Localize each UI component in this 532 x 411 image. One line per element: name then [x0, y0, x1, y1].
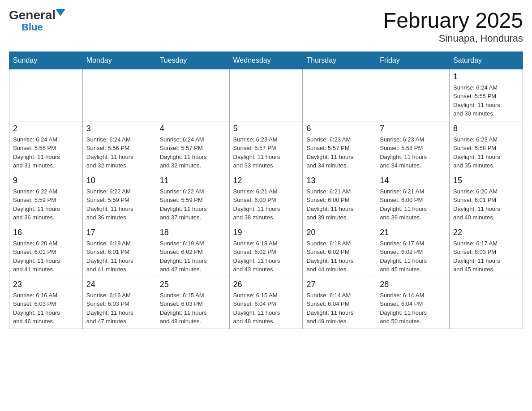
- calendar-cell: 7Sunrise: 6:23 AM Sunset: 5:58 PM Daylig…: [376, 121, 450, 173]
- calendar-cell: [376, 69, 450, 121]
- calendar-cell: 14Sunrise: 6:21 AM Sunset: 6:00 PM Dayli…: [376, 173, 450, 225]
- day-info: Sunrise: 6:24 AM Sunset: 5:56 PM Dayligh…: [13, 135, 79, 170]
- calendar-cell: 22Sunrise: 6:17 AM Sunset: 6:03 PM Dayli…: [450, 225, 523, 277]
- calendar-cell: [229, 69, 303, 121]
- logo-blue-text: Blue: [21, 21, 43, 33]
- calendar-cell: 26Sunrise: 6:15 AM Sunset: 6:04 PM Dayli…: [229, 277, 303, 329]
- calendar-cell: 23Sunrise: 6:16 AM Sunset: 6:03 PM Dayli…: [9, 277, 83, 329]
- calendar-cell: 4Sunrise: 6:24 AM Sunset: 5:57 PM Daylig…: [156, 121, 229, 173]
- day-number: 16: [13, 228, 79, 237]
- svg-marker-0: [56, 9, 65, 16]
- day-number: 4: [160, 124, 226, 133]
- calendar-cell: 1Sunrise: 6:24 AM Sunset: 5:55 PM Daylig…: [450, 69, 523, 121]
- day-info: Sunrise: 6:16 AM Sunset: 6:03 PM Dayligh…: [13, 291, 79, 326]
- day-number: 7: [380, 124, 446, 133]
- day-number: 15: [453, 176, 519, 185]
- day-number: 17: [86, 228, 152, 237]
- header-monday: Monday: [82, 51, 156, 69]
- calendar-cell: 19Sunrise: 6:18 AM Sunset: 6:02 PM Dayli…: [229, 225, 303, 277]
- calendar-table: SundayMondayTuesdayWednesdayThursdayFrid…: [9, 51, 523, 329]
- day-info: Sunrise: 6:19 AM Sunset: 6:02 PM Dayligh…: [160, 239, 226, 274]
- logo-triangle-icon: [56, 9, 65, 16]
- day-info: Sunrise: 6:24 AM Sunset: 5:56 PM Dayligh…: [86, 135, 152, 170]
- day-info: Sunrise: 6:22 AM Sunset: 5:59 PM Dayligh…: [86, 187, 152, 222]
- calendar-cell: 24Sunrise: 6:16 AM Sunset: 6:03 PM Dayli…: [82, 277, 156, 329]
- logo: General Blue: [9, 9, 65, 33]
- calendar-cell: [82, 69, 156, 121]
- day-number: 8: [453, 124, 519, 133]
- day-info: Sunrise: 6:17 AM Sunset: 6:02 PM Dayligh…: [380, 239, 446, 274]
- day-info: Sunrise: 6:17 AM Sunset: 6:03 PM Dayligh…: [453, 239, 519, 274]
- day-number: 28: [380, 280, 446, 289]
- day-number: 9: [13, 176, 79, 185]
- title-block: February 2025 Sinuapa, Honduras: [383, 9, 523, 44]
- calendar-cell: [156, 69, 229, 121]
- calendar-cell: 8Sunrise: 6:23 AM Sunset: 5:58 PM Daylig…: [450, 121, 523, 173]
- calendar-subtitle: Sinuapa, Honduras: [383, 33, 523, 44]
- day-info: Sunrise: 6:22 AM Sunset: 5:59 PM Dayligh…: [13, 187, 79, 222]
- header-wednesday: Wednesday: [229, 51, 303, 69]
- calendar-cell: 3Sunrise: 6:24 AM Sunset: 5:56 PM Daylig…: [82, 121, 156, 173]
- calendar-cell: 28Sunrise: 6:14 AM Sunset: 6:04 PM Dayli…: [376, 277, 450, 329]
- header-sunday: Sunday: [9, 51, 83, 69]
- week-row-1: 1Sunrise: 6:24 AM Sunset: 5:55 PM Daylig…: [9, 69, 523, 121]
- day-info: Sunrise: 6:15 AM Sunset: 6:03 PM Dayligh…: [160, 291, 226, 326]
- calendar-cell: 17Sunrise: 6:19 AM Sunset: 6:01 PM Dayli…: [82, 225, 156, 277]
- day-info: Sunrise: 6:16 AM Sunset: 6:03 PM Dayligh…: [86, 291, 152, 326]
- header-thursday: Thursday: [303, 51, 376, 69]
- calendar-cell: 6Sunrise: 6:23 AM Sunset: 5:57 PM Daylig…: [303, 121, 376, 173]
- day-info: Sunrise: 6:23 AM Sunset: 5:57 PM Dayligh…: [306, 135, 372, 170]
- calendar-cell: 12Sunrise: 6:21 AM Sunset: 6:00 PM Dayli…: [229, 173, 303, 225]
- day-number: 20: [306, 228, 372, 237]
- day-info: Sunrise: 6:23 AM Sunset: 5:58 PM Dayligh…: [453, 135, 519, 170]
- header-saturday: Saturday: [450, 51, 523, 69]
- calendar-cell: 15Sunrise: 6:20 AM Sunset: 6:01 PM Dayli…: [450, 173, 523, 225]
- day-number: 27: [306, 280, 372, 289]
- day-info: Sunrise: 6:20 AM Sunset: 6:01 PM Dayligh…: [453, 187, 519, 222]
- day-info: Sunrise: 6:14 AM Sunset: 6:04 PM Dayligh…: [306, 291, 372, 326]
- day-number: 24: [86, 280, 152, 289]
- calendar-cell: 9Sunrise: 6:22 AM Sunset: 5:59 PM Daylig…: [9, 173, 83, 225]
- day-number: 10: [86, 176, 152, 185]
- day-number: 3: [86, 124, 152, 133]
- day-info: Sunrise: 6:18 AM Sunset: 6:02 PM Dayligh…: [233, 239, 299, 274]
- day-info: Sunrise: 6:21 AM Sunset: 6:00 PM Dayligh…: [233, 187, 299, 222]
- day-number: 19: [233, 228, 299, 237]
- day-number: 21: [380, 228, 446, 237]
- page-header: General Blue February 2025 Sinuapa, Hond…: [9, 9, 523, 44]
- calendar-header-row: SundayMondayTuesdayWednesdayThursdayFrid…: [9, 51, 523, 69]
- day-number: 11: [160, 176, 226, 185]
- day-info: Sunrise: 6:23 AM Sunset: 5:57 PM Dayligh…: [233, 135, 299, 170]
- day-info: Sunrise: 6:22 AM Sunset: 5:59 PM Dayligh…: [160, 187, 226, 222]
- day-number: 25: [160, 280, 226, 289]
- day-number: 1: [453, 72, 519, 81]
- day-number: 26: [233, 280, 299, 289]
- week-row-4: 16Sunrise: 6:20 AM Sunset: 6:01 PM Dayli…: [9, 225, 523, 277]
- day-info: Sunrise: 6:24 AM Sunset: 5:55 PM Dayligh…: [453, 83, 519, 118]
- day-number: 22: [453, 228, 519, 237]
- calendar-title: February 2025: [383, 9, 523, 33]
- day-info: Sunrise: 6:21 AM Sunset: 6:00 PM Dayligh…: [380, 187, 446, 222]
- day-info: Sunrise: 6:24 AM Sunset: 5:57 PM Dayligh…: [160, 135, 226, 170]
- logo-general-text: General: [9, 9, 56, 21]
- calendar-cell: 25Sunrise: 6:15 AM Sunset: 6:03 PM Dayli…: [156, 277, 229, 329]
- day-info: Sunrise: 6:19 AM Sunset: 6:01 PM Dayligh…: [86, 239, 152, 274]
- calendar-cell: 27Sunrise: 6:14 AM Sunset: 6:04 PM Dayli…: [303, 277, 376, 329]
- calendar-cell: 10Sunrise: 6:22 AM Sunset: 5:59 PM Dayli…: [82, 173, 156, 225]
- week-row-5: 23Sunrise: 6:16 AM Sunset: 6:03 PM Dayli…: [9, 277, 523, 329]
- day-number: 13: [306, 176, 372, 185]
- day-number: 12: [233, 176, 299, 185]
- calendar-cell: [303, 69, 376, 121]
- day-number: 23: [13, 280, 79, 289]
- week-row-2: 2Sunrise: 6:24 AM Sunset: 5:56 PM Daylig…: [9, 121, 523, 173]
- calendar-cell: 20Sunrise: 6:18 AM Sunset: 6:02 PM Dayli…: [303, 225, 376, 277]
- calendar-cell: 13Sunrise: 6:21 AM Sunset: 6:00 PM Dayli…: [303, 173, 376, 225]
- day-info: Sunrise: 6:21 AM Sunset: 6:00 PM Dayligh…: [306, 187, 372, 222]
- day-info: Sunrise: 6:20 AM Sunset: 6:01 PM Dayligh…: [13, 239, 79, 274]
- calendar-cell: [450, 277, 523, 329]
- day-number: 6: [306, 124, 372, 133]
- day-info: Sunrise: 6:15 AM Sunset: 6:04 PM Dayligh…: [233, 291, 299, 326]
- day-info: Sunrise: 6:18 AM Sunset: 6:02 PM Dayligh…: [306, 239, 372, 274]
- day-number: 2: [13, 124, 79, 133]
- calendar-cell: [9, 69, 83, 121]
